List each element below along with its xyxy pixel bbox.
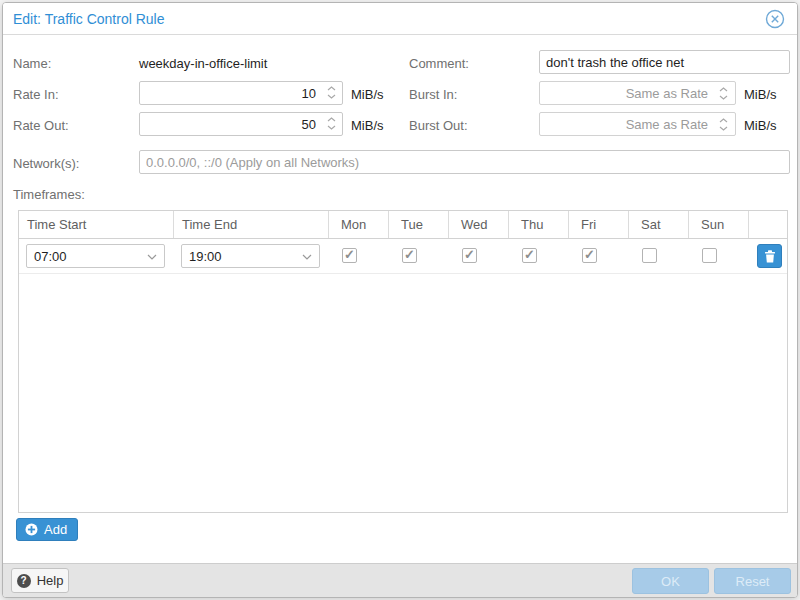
timeframes-table: Time Start Time End Mon Tue Wed Thu Fri … bbox=[18, 210, 788, 513]
checkbox-sat[interactable] bbox=[642, 248, 657, 263]
checkbox-mon[interactable] bbox=[342, 248, 357, 263]
ok-button[interactable]: OK bbox=[632, 568, 709, 594]
time-end-value: 19:00 bbox=[189, 249, 222, 264]
col-header-wed[interactable]: Wed bbox=[449, 211, 509, 238]
dialog-title: Edit: Traffic Control Rule bbox=[13, 11, 164, 27]
networks-label: Network(s): bbox=[13, 156, 79, 171]
rate-out-unit: MiB/s bbox=[351, 118, 384, 133]
networks-input[interactable] bbox=[139, 150, 790, 174]
chevron-down-icon[interactable] bbox=[147, 254, 157, 260]
time-end-combobox[interactable]: 19:00 bbox=[181, 244, 320, 268]
col-header-mon[interactable]: Mon bbox=[329, 211, 389, 238]
rate-out-field[interactable] bbox=[139, 112, 343, 136]
name-label: Name: bbox=[13, 56, 51, 71]
burst-in-placeholder: Same as Rate bbox=[626, 86, 708, 101]
add-button-label: Add bbox=[44, 522, 67, 537]
name-value: weekday-in-office-limit bbox=[139, 56, 267, 71]
rate-in-field[interactable] bbox=[139, 81, 343, 105]
comment-label: Comment: bbox=[409, 56, 469, 71]
col-header-thu[interactable]: Thu bbox=[509, 211, 569, 238]
rate-in-unit: MiB/s bbox=[351, 87, 384, 102]
spinner-up-down-icon[interactable] bbox=[719, 87, 728, 100]
chevron-down-icon[interactable] bbox=[302, 254, 312, 260]
checkbox-thu[interactable] bbox=[522, 248, 537, 263]
rate-out-label: Rate Out: bbox=[13, 118, 69, 133]
plus-circle-icon bbox=[25, 523, 38, 536]
checkbox-fri[interactable] bbox=[582, 248, 597, 263]
dialog-traffic-control-rule: Edit: Traffic Control Rule Name: weekday… bbox=[2, 2, 798, 598]
col-header-actions bbox=[749, 211, 787, 238]
checkbox-wed[interactable] bbox=[462, 248, 477, 263]
rate-out-input[interactable] bbox=[139, 112, 343, 136]
col-header-tue[interactable]: Tue bbox=[389, 211, 449, 238]
dialog-footer: ? Help OK Reset bbox=[3, 563, 797, 597]
timeframes-label: Timeframes: bbox=[13, 187, 85, 202]
close-icon[interactable] bbox=[765, 9, 785, 29]
col-header-sat[interactable]: Sat bbox=[629, 211, 689, 238]
help-button-label: Help bbox=[37, 573, 64, 588]
time-start-value: 07:00 bbox=[34, 249, 67, 264]
spinner-up-down-icon[interactable] bbox=[327, 117, 336, 130]
trash-icon bbox=[764, 250, 776, 263]
spinner-up-down-icon[interactable] bbox=[719, 118, 728, 131]
col-header-fri[interactable]: Fri bbox=[569, 211, 629, 238]
burst-in-label: Burst In: bbox=[409, 87, 457, 102]
burst-in-unit: MiB/s bbox=[744, 87, 777, 102]
rate-in-input[interactable] bbox=[139, 81, 343, 105]
burst-out-unit: MiB/s bbox=[744, 118, 777, 133]
col-header-time-start[interactable]: Time Start bbox=[19, 211, 174, 238]
checkbox-tue[interactable] bbox=[402, 248, 417, 263]
col-header-sun[interactable]: Sun bbox=[689, 211, 749, 238]
help-button[interactable]: ? Help bbox=[11, 568, 69, 593]
table-row: 07:00 19:00 bbox=[19, 239, 787, 274]
table-header-row: Time Start Time End Mon Tue Wed Thu Fri … bbox=[19, 211, 787, 239]
time-start-combobox[interactable]: 07:00 bbox=[26, 244, 165, 268]
checkbox-sun[interactable] bbox=[702, 248, 717, 263]
dialog-titlebar: Edit: Traffic Control Rule bbox=[3, 3, 797, 35]
add-button[interactable]: Add bbox=[16, 518, 78, 541]
delete-row-button[interactable] bbox=[757, 244, 782, 268]
burst-out-placeholder: Same as Rate bbox=[626, 117, 708, 132]
burst-out-field[interactable]: Same as Rate bbox=[539, 112, 736, 136]
comment-input[interactable] bbox=[539, 50, 790, 74]
burst-out-label: Burst Out: bbox=[409, 118, 468, 133]
question-mark-icon: ? bbox=[17, 574, 31, 588]
rate-in-label: Rate In: bbox=[13, 87, 59, 102]
reset-button[interactable]: Reset bbox=[714, 568, 791, 594]
burst-in-field[interactable]: Same as Rate bbox=[539, 81, 736, 105]
col-header-time-end[interactable]: Time End bbox=[174, 211, 329, 238]
spinner-up-down-icon[interactable] bbox=[327, 86, 336, 99]
